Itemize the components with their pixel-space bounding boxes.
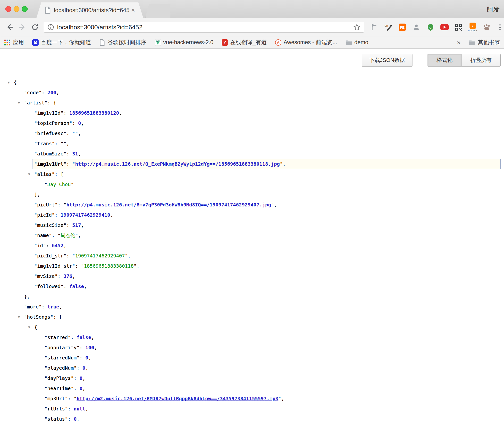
bookmark-item-vue-hackernews[interactable]: vue-hackernews-2.0 [155, 39, 213, 46]
svg-text:en: en [385, 24, 388, 27]
json-punc: : [53, 314, 59, 320]
json-key: starred [47, 334, 68, 340]
other-bookmarks-folder[interactable]: 其他书签 [469, 39, 500, 46]
collapse-toggle-icon[interactable]: ▼ [26, 169, 32, 179]
youtube-extension-icon[interactable] [440, 21, 449, 33]
json-line: "albumSize": 31, [14, 149, 504, 159]
json-punc: : [42, 304, 47, 310]
json-punc: " [34, 283, 37, 289]
json-punc: " [34, 243, 37, 248]
json-punc: : [55, 212, 60, 218]
json-str: 18569651883380118 [84, 263, 134, 269]
bookmark-label: 谷歌按时间排序 [107, 39, 146, 46]
json-num: 517 [72, 222, 81, 228]
bookmarks-overflow-chevron[interactable]: » [457, 39, 461, 46]
json-key: playedNum [47, 365, 74, 371]
collapse-all-button[interactable]: 折叠所有 [461, 54, 500, 66]
window-close-button[interactable] [5, 6, 11, 12]
pennant-extension-icon[interactable] [370, 21, 379, 33]
json-punc: " [34, 171, 37, 177]
apps-grid-icon [4, 39, 11, 46]
json-key: musicSize [37, 222, 63, 228]
json-punc: " [55, 273, 58, 279]
new-tab-button[interactable] [145, 4, 170, 18]
json-line: ▼"artist": { [14, 98, 504, 108]
json-key: popularity [47, 345, 76, 350]
json-punc: : [80, 345, 85, 350]
json-punc: " [34, 120, 37, 126]
json-punc: { [34, 324, 37, 330]
music-player-extension-icon[interactable]: ♪ PLAYER [468, 21, 477, 33]
json-punc: " [72, 161, 75, 167]
json-punc: " [55, 202, 58, 208]
youdao-icon: Y [222, 39, 228, 46]
reload-button[interactable] [29, 21, 41, 34]
json-line: "followed": false, [14, 281, 504, 291]
bookmark-label: 其他书签 [478, 39, 500, 46]
json-line: "copyFrom": "", [14, 424, 504, 426]
json-punc: " [63, 202, 66, 208]
browser-menu-icon[interactable] [496, 21, 504, 33]
json-line: "img1v1Url": "http://p4.music.126.net/Q_… [14, 159, 504, 169]
json-url-link[interactable]: http://m2.music.126.net/RMJR7wDullRqppBk… [76, 396, 278, 401]
bookmark-item-demo-folder[interactable]: demo [345, 39, 369, 46]
player-label: PLAYER [468, 29, 477, 32]
fehelper-extension-icon[interactable]: FE [398, 21, 407, 33]
json-punc: " [75, 232, 78, 238]
json-punc: , [78, 151, 81, 157]
json-num: 100 [85, 345, 94, 350]
json-punc: " [71, 181, 74, 187]
json-line: "musicSize": 517, [14, 220, 504, 230]
window-minimize-button[interactable] [14, 6, 19, 12]
json-punc: " [74, 365, 76, 371]
json-punc: : [68, 396, 74, 401]
json-punc: { [14, 79, 17, 85]
json-key: mp3Url [47, 396, 65, 401]
bookmark-star-icon[interactable] [353, 24, 361, 31]
json-num: 376 [63, 273, 72, 279]
url-text[interactable]: localhost:3000/artists?id=6452 [57, 24, 353, 31]
collapse-toggle-icon[interactable]: ▼ [16, 312, 22, 322]
bookmark-item-apps[interactable]: 应用 [4, 39, 24, 46]
json-key: more [27, 304, 39, 310]
page-info-icon[interactable] [47, 24, 54, 31]
collapse-toggle-icon[interactable]: ▼ [26, 322, 32, 332]
json-punc: , [83, 375, 85, 381]
json-line: "mvSize": 376, [14, 271, 504, 281]
json-line: "briefDesc": "", [14, 128, 504, 138]
json-punc: " [65, 406, 68, 412]
bookmark-item-baidu[interactable]: 百度一下，你就知道 [32, 39, 91, 46]
json-punc: }, [24, 294, 30, 299]
json-punc: , [78, 232, 81, 238]
paw-extension-icon[interactable] [482, 21, 491, 33]
download-json-button[interactable]: 下载JSON数据 [362, 54, 412, 67]
address-bar[interactable]: localhost:3000/artists?id=6452 [44, 22, 364, 33]
page-content: 下载JSON数据 格式化 折叠所有 ▼{"code": 200,▼"artist… [0, 49, 504, 426]
bookmark-item-awesomes[interactable]: A Awesomes - 前端资... [275, 39, 337, 46]
json-punc: , [83, 385, 85, 391]
tab-close-icon[interactable]: × [131, 7, 135, 14]
json-punc: : [74, 385, 79, 391]
json-punc: : [55, 171, 60, 177]
collapse-toggle-icon[interactable]: ▼ [6, 77, 11, 87]
shield-extension-icon[interactable]: u [426, 21, 435, 33]
folder-icon [345, 40, 352, 45]
json-punc: " [63, 253, 66, 259]
json-url-link[interactable]: http://p4.music.126.net/Q_ExePNkmqB2yWyL… [75, 161, 280, 167]
json-punc: : [58, 273, 63, 279]
browser-tab[interactable]: localhost:3000/artists?id=645 × [36, 2, 143, 18]
json-line: "popularity": 100, [14, 342, 504, 353]
json-line: "picUrl": "http://p4.music.126.net/8mv7q… [14, 200, 504, 210]
bookmark-item-google-sort[interactable]: 谷歌按时间排序 [99, 39, 146, 46]
json-url-link[interactable]: http://p4.music.126.net/8mv7qP30Pd3oHW8b… [66, 202, 271, 208]
bookmark-item-youdao[interactable]: Y 在线翻译_有道 [222, 39, 267, 46]
back-button[interactable] [3, 21, 16, 34]
bookmark-label: 在线翻译_有道 [230, 39, 267, 46]
translate-pen-extension-icon[interactable]: en [384, 21, 393, 33]
window-zoom-button[interactable] [22, 6, 28, 12]
format-button[interactable]: 格式化 [428, 54, 461, 66]
qrcode-extension-icon[interactable] [454, 21, 463, 33]
forward-button[interactable] [16, 21, 29, 34]
collapse-toggle-icon[interactable]: ▼ [16, 98, 22, 108]
person-extension-icon[interactable] [412, 21, 421, 33]
